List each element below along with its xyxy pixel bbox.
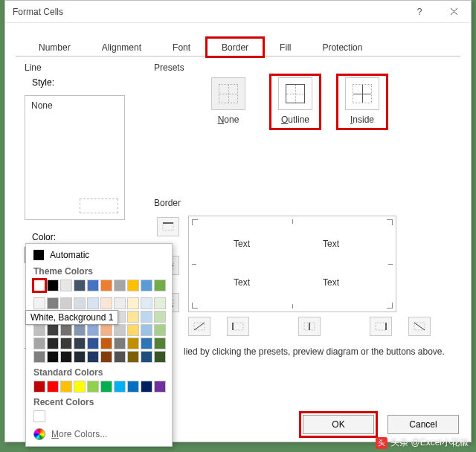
color-swatch[interactable] <box>127 311 139 323</box>
color-swatch[interactable] <box>60 324 72 336</box>
color-swatch[interactable] <box>87 338 99 349</box>
titlebar: Format Cells ? <box>5 1 471 23</box>
watermark: 头 头条 @Excel小花椒 <box>376 436 469 449</box>
color-swatch[interactable] <box>114 338 126 349</box>
color-swatch[interactable] <box>33 410 45 422</box>
color-swatch[interactable] <box>60 381 72 393</box>
tab-border[interactable]: Border <box>206 37 264 57</box>
color-swatch[interactable] <box>114 324 126 336</box>
color-swatch[interactable] <box>127 351 139 363</box>
preset-none-label: None <box>206 114 251 125</box>
border-right-button[interactable] <box>370 317 392 336</box>
border-diag-down-button[interactable] <box>408 317 431 336</box>
color-swatch[interactable] <box>47 381 59 393</box>
color-swatch[interactable] <box>74 324 86 336</box>
color-swatch[interactable] <box>74 381 86 393</box>
presets-group-label: Presets <box>154 62 456 73</box>
color-swatch[interactable] <box>154 297 166 309</box>
color-swatch[interactable] <box>33 324 45 336</box>
color-swatch[interactable] <box>47 351 59 363</box>
color-swatch[interactable] <box>127 338 139 349</box>
line-style-list[interactable]: None <box>25 95 125 220</box>
color-swatch[interactable] <box>127 381 139 393</box>
color-swatch[interactable] <box>100 280 112 291</box>
border-diag-dn-icon <box>413 321 426 332</box>
preview-text-bl: Text <box>234 277 250 288</box>
preset-inside[interactable]: Inside <box>340 77 385 126</box>
ok-button[interactable]: OK <box>303 415 374 434</box>
theme-colors-label: Theme Colors <box>26 263 172 278</box>
border-top-button[interactable] <box>157 217 179 236</box>
border-preview[interactable]: Text Text Text Text <box>188 216 396 312</box>
color-swatch[interactable] <box>74 297 86 309</box>
color-swatch[interactable] <box>47 324 59 336</box>
color-swatch[interactable] <box>127 324 139 336</box>
color-swatch[interactable] <box>141 381 152 393</box>
tab-protection[interactable]: Protection <box>306 37 378 57</box>
color-swatch[interactable] <box>100 324 112 336</box>
color-swatch[interactable] <box>60 280 72 291</box>
color-swatch[interactable] <box>60 338 72 349</box>
color-swatch[interactable] <box>33 338 45 349</box>
border-diag-up-button[interactable] <box>188 317 210 336</box>
color-automatic[interactable]: Automatic <box>26 247 172 263</box>
color-swatch[interactable] <box>87 381 99 393</box>
help-button[interactable]: ? <box>402 1 437 23</box>
color-swatch[interactable] <box>33 351 45 363</box>
color-swatch[interactable] <box>154 381 166 393</box>
color-swatch[interactable] <box>141 311 152 323</box>
color-swatch[interactable] <box>154 338 166 349</box>
preset-outline[interactable]: Outline <box>273 77 318 126</box>
color-swatch[interactable] <box>100 297 112 309</box>
color-swatch[interactable] <box>33 280 45 291</box>
color-swatch[interactable] <box>100 351 112 363</box>
watermark-logo-icon: 头 <box>376 437 387 449</box>
color-swatch[interactable] <box>60 351 72 363</box>
color-swatch[interactable] <box>87 351 99 363</box>
more-colors[interactable]: More Colors... <box>26 424 172 440</box>
border-left-icon <box>231 321 245 332</box>
color-swatch[interactable] <box>33 297 45 309</box>
color-swatch[interactable] <box>141 297 152 309</box>
border-middle-v-button[interactable] <box>298 317 321 336</box>
color-swatch[interactable] <box>87 324 99 336</box>
color-swatch[interactable] <box>114 351 126 363</box>
color-swatch[interactable] <box>114 381 126 393</box>
color-swatch[interactable] <box>47 280 59 291</box>
color-picker-popup: Automatic Theme Colors Standard Colors R… <box>25 243 173 447</box>
color-swatch[interactable] <box>127 280 139 291</box>
color-swatch[interactable] <box>100 381 112 393</box>
color-swatch[interactable] <box>74 338 86 349</box>
tab-fill[interactable]: Fill <box>264 37 306 57</box>
color-swatch[interactable] <box>141 338 152 349</box>
color-swatch[interactable] <box>87 280 99 291</box>
color-swatch[interactable] <box>127 297 139 309</box>
tab-font[interactable]: Font <box>157 37 206 57</box>
color-swatch[interactable] <box>74 351 86 363</box>
color-swatch[interactable] <box>154 280 166 291</box>
cancel-button[interactable]: Cancel <box>387 415 459 434</box>
color-swatch[interactable] <box>87 297 99 309</box>
color-swatch[interactable] <box>60 297 72 309</box>
color-swatch[interactable] <box>141 351 152 363</box>
color-swatch[interactable] <box>154 324 166 336</box>
tab-alignment[interactable]: Alignment <box>86 37 157 57</box>
color-swatch[interactable] <box>141 324 152 336</box>
tab-number[interactable]: Number <box>23 37 86 57</box>
style-selection-icon <box>80 198 118 213</box>
color-swatch[interactable] <box>100 338 112 349</box>
color-swatch[interactable] <box>114 280 126 291</box>
color-swatch[interactable] <box>47 338 59 349</box>
color-swatch[interactable] <box>47 297 59 309</box>
close-button[interactable] <box>437 1 471 23</box>
color-swatch[interactable] <box>154 351 166 363</box>
color-swatch[interactable] <box>74 280 86 291</box>
automatic-swatch-icon <box>33 250 44 260</box>
color-swatch[interactable] <box>33 381 45 393</box>
svg-line-9 <box>194 323 205 330</box>
color-swatch[interactable] <box>141 280 152 291</box>
color-swatch[interactable] <box>114 297 126 309</box>
preset-none[interactable]: None <box>206 77 251 126</box>
border-left-button[interactable] <box>227 317 249 336</box>
color-swatch[interactable] <box>154 311 166 323</box>
